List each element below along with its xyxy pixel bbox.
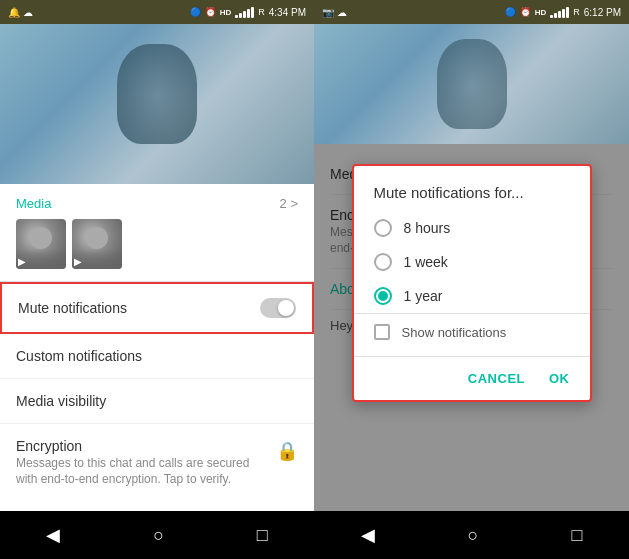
play-icon-2: ▶ — [74, 256, 82, 267]
alarm-icon: ⏰ — [205, 7, 216, 17]
radio-1week-label: 1 week — [404, 254, 448, 270]
right-back-icon[interactable]: ◀ — [361, 524, 375, 546]
left-hero-image — [0, 24, 314, 184]
media-section-header: Media 2 > — [0, 184, 314, 215]
right-signal-icon — [550, 6, 569, 18]
encryption-sub: Messages to this chat and calls are secu… — [16, 456, 268, 487]
dialog-buttons: CANCEL OK — [354, 357, 590, 400]
lock-icon: 🔒 — [276, 440, 298, 462]
encryption-row[interactable]: Encryption Messages to this chat and cal… — [0, 424, 314, 501]
right-notification-icons: 📷 ☁ — [322, 7, 347, 18]
left-time: 4:34 PM — [269, 7, 306, 18]
mute-dialog: Mute notifications for... 8 hours 1 week… — [352, 164, 592, 402]
radio-1year-circle[interactable] — [374, 287, 392, 305]
recents-icon[interactable]: □ — [257, 525, 268, 546]
r-indicator: R — [258, 7, 265, 17]
signal-icon — [235, 6, 254, 18]
media-link[interactable]: 2 > — [280, 196, 298, 211]
right-nav-bar: ◀ ○ □ — [314, 511, 629, 559]
hd-icon: HD — [220, 8, 232, 17]
right-content: Media visibility Encryption Messages to … — [314, 144, 629, 511]
back-icon[interactable]: ◀ — [46, 524, 60, 546]
show-notifications-row[interactable]: Show notifications — [354, 314, 590, 356]
right-r-indicator: R — [573, 7, 580, 17]
mute-notifications-row[interactable]: Mute notifications — [0, 282, 314, 334]
mute-toggle[interactable] — [260, 298, 296, 318]
encryption-label: Encryption — [16, 438, 268, 454]
custom-notifications-row[interactable]: Custom notifications — [0, 334, 314, 379]
left-nav-bar: ◀ ○ □ — [0, 511, 314, 559]
cancel-button[interactable]: CANCEL — [464, 367, 529, 390]
dialog-overlay: Mute notifications for... 8 hours 1 week… — [314, 144, 629, 511]
show-notifications-label: Show notifications — [402, 325, 507, 340]
show-notifications-checkbox[interactable] — [374, 324, 390, 340]
left-content: Media 2 > ▶ ▶ Mute notifications Custom … — [0, 184, 314, 511]
right-status-bar: 📷 ☁ 🔵 ⏰ HD R 6:12 PM — [314, 0, 629, 24]
custom-notifications-label: Custom notifications — [16, 348, 142, 364]
radio-8hours[interactable]: 8 hours — [354, 211, 590, 245]
left-panel: 🔔 ☁ 🔵 ⏰ HD R 4:34 PM Media 2 > ▶ — [0, 0, 314, 559]
mute-notifications-label: Mute notifications — [18, 300, 127, 316]
media-thumb-1[interactable]: ▶ — [16, 219, 66, 269]
home-icon[interactable]: ○ — [153, 525, 164, 546]
radio-1year[interactable]: 1 year — [354, 279, 590, 313]
right-panel: 📷 ☁ 🔵 ⏰ HD R 6:12 PM Media visibility En — [314, 0, 629, 559]
left-notification-icons: 🔔 ☁ — [8, 7, 33, 18]
radio-1week-circle[interactable] — [374, 253, 392, 271]
left-status-bar: 🔔 ☁ 🔵 ⏰ HD R 4:34 PM — [0, 0, 314, 24]
radio-1year-label: 1 year — [404, 288, 443, 304]
right-alarm-icon: ⏰ — [520, 7, 531, 17]
right-hd-icon: HD — [535, 8, 547, 17]
radio-8hours-circle[interactable] — [374, 219, 392, 237]
ok-button[interactable]: OK — [545, 367, 574, 390]
right-recents-icon[interactable]: □ — [572, 525, 583, 546]
media-thumbnails: ▶ ▶ — [0, 215, 314, 281]
bluetooth-icon: 🔵 — [190, 7, 201, 17]
media-label: Media — [16, 196, 51, 211]
right-bluetooth-icon: 🔵 — [505, 7, 516, 17]
dialog-title: Mute notifications for... — [354, 166, 590, 211]
media-thumb-2[interactable]: ▶ — [72, 219, 122, 269]
media-visibility-label: Media visibility — [16, 393, 106, 409]
media-visibility-row[interactable]: Media visibility — [0, 379, 314, 424]
play-icon-1: ▶ — [18, 256, 26, 267]
right-home-icon[interactable]: ○ — [468, 525, 479, 546]
radio-1week[interactable]: 1 week — [354, 245, 590, 279]
radio-8hours-label: 8 hours — [404, 220, 451, 236]
right-time: 6:12 PM — [584, 7, 621, 18]
right-hero-image — [314, 24, 629, 144]
